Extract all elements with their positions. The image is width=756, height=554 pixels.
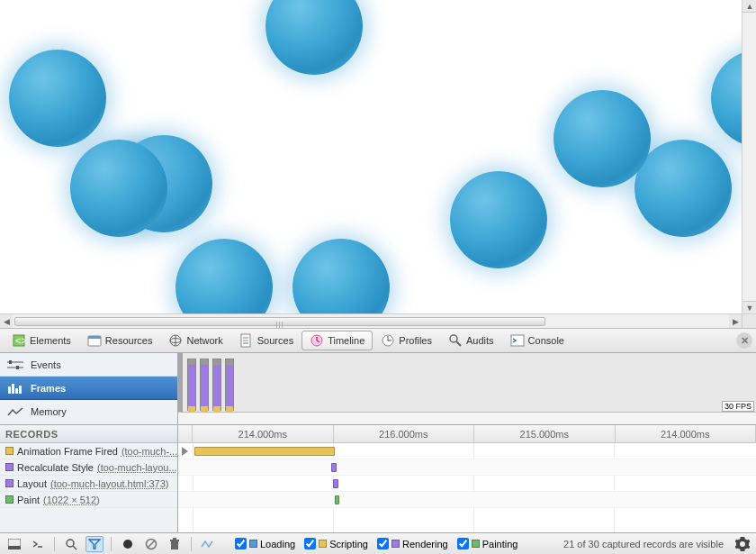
record-item[interactable]: Layout (too-much-layout.html:373) xyxy=(0,476,177,492)
timeline-bar[interactable] xyxy=(194,447,335,456)
tab-profiles[interactable]: Profiles xyxy=(373,331,440,350)
network-icon xyxy=(168,333,183,348)
dock-button[interactable] xyxy=(5,536,23,552)
svg-point-31 xyxy=(67,540,74,547)
filter-swatch xyxy=(319,540,327,548)
svg-rect-3 xyxy=(88,336,101,339)
filter-checkbox[interactable] xyxy=(377,538,389,549)
vertical-scrollbar[interactable]: ▲ ▼ xyxy=(742,0,756,313)
svg-rect-37 xyxy=(171,541,178,549)
record-label: Recalculate Style xyxy=(17,462,94,473)
clear-button[interactable] xyxy=(142,536,160,552)
record-swatch xyxy=(5,479,14,487)
svg-rect-27 xyxy=(19,386,22,394)
close-devtools-button[interactable]: ✕ xyxy=(736,332,752,349)
status-text: 21 of 30 captured records are visible xyxy=(563,539,724,549)
tab-label: Timeline xyxy=(328,335,364,346)
filter-checkbox[interactable] xyxy=(457,538,469,549)
tab-elements[interactable]: <>Elements xyxy=(4,331,79,350)
record-swatch xyxy=(5,447,14,455)
search-button[interactable] xyxy=(62,536,80,552)
record-item[interactable]: Recalculate Style (too-much-layou... xyxy=(0,459,177,476)
scroll-up-arrow[interactable]: ▲ xyxy=(742,0,756,13)
nav-events[interactable]: Events xyxy=(0,353,177,377)
profiles-icon xyxy=(381,333,395,348)
tab-label: Console xyxy=(528,335,564,346)
nav-frames[interactable]: Frames xyxy=(0,377,177,400)
svg-rect-23 xyxy=(16,366,19,369)
timeline-bar[interactable] xyxy=(333,479,338,488)
scroll-down-arrow[interactable]: ▼ xyxy=(742,301,756,313)
records-sidebar: RECORDS Animation Frame Fired (too-much-… xyxy=(0,425,178,532)
expand-toggle[interactable] xyxy=(182,447,188,456)
filter-checkbox[interactable] xyxy=(304,538,316,549)
frames-icon xyxy=(7,382,23,395)
statusbar: LoadingScriptingRenderingPainting 21 of … xyxy=(0,532,756,554)
svg-point-34 xyxy=(123,540,132,549)
record-link[interactable]: (too-much-layout.html:373) xyxy=(50,478,168,489)
filter-button[interactable] xyxy=(86,536,104,552)
record-button[interactable] xyxy=(119,536,137,552)
timeline-icon xyxy=(310,333,324,348)
sources-icon xyxy=(239,333,254,348)
nav-memory[interactable]: Memory xyxy=(0,400,177,423)
tab-timeline[interactable]: Timeline xyxy=(302,331,373,350)
overview-selection-handle[interactable] xyxy=(178,353,183,412)
timeline-bar[interactable] xyxy=(335,495,339,504)
tab-audits[interactable]: Audits xyxy=(440,331,502,350)
record-item[interactable]: Paint (1022 × 512) xyxy=(0,492,177,508)
filter-swatch xyxy=(472,540,480,548)
elements-icon: <> xyxy=(12,333,26,348)
nav-label: Frames xyxy=(31,383,66,394)
filter-loading[interactable]: Loading xyxy=(235,538,295,549)
console-toggle-button[interactable] xyxy=(29,536,47,552)
filter-checkbox[interactable] xyxy=(235,538,247,549)
filter-swatch xyxy=(249,540,257,548)
horizontal-scrollbar[interactable]: ◀ ||| ▶ xyxy=(0,313,756,328)
tab-network[interactable]: Network xyxy=(160,331,230,350)
tab-label: Network xyxy=(186,335,222,346)
svg-text:<>: <> xyxy=(15,335,26,346)
ball xyxy=(9,50,106,147)
tab-label: Sources xyxy=(257,335,293,346)
svg-rect-38 xyxy=(170,540,179,541)
timeline-overview[interactable]: 30 FPS xyxy=(178,353,756,424)
tab-sources[interactable]: Sources xyxy=(231,331,302,350)
svg-rect-39 xyxy=(173,538,176,540)
svg-line-36 xyxy=(148,540,155,548)
ball xyxy=(554,90,651,187)
tab-console[interactable]: Console xyxy=(502,331,572,350)
garbage-collect-button[interactable] xyxy=(166,536,184,552)
record-link[interactable]: (too-much-layou... xyxy=(97,462,177,473)
scroll-right-arrow[interactable]: ▶ xyxy=(729,314,742,329)
tab-resources[interactable]: Resources xyxy=(79,331,161,350)
ball xyxy=(450,171,547,268)
ball xyxy=(266,0,363,75)
scroll-thumb[interactable]: ||| xyxy=(14,317,545,326)
filter-scripting[interactable]: Scripting xyxy=(304,538,368,549)
settings-button[interactable] xyxy=(734,536,751,552)
filter-label: Painting xyxy=(482,539,518,549)
scroll-track[interactable]: ||| xyxy=(14,316,727,327)
record-link[interactable]: (1022 × 512) xyxy=(43,495,100,505)
ball xyxy=(176,239,273,313)
timeline-bar[interactable] xyxy=(331,463,337,472)
filter-label: Scripting xyxy=(329,539,368,549)
filter-painting[interactable]: Painting xyxy=(457,538,518,549)
memory-icon xyxy=(7,405,23,418)
records-grid[interactable]: 214.000ms 216.000ms 215.000ms 214.000ms xyxy=(178,425,756,532)
record-label: Paint xyxy=(17,495,40,505)
glue-button[interactable] xyxy=(199,536,217,552)
col-header: 214.000ms xyxy=(616,425,757,442)
record-item[interactable]: Animation Frame Fired (too-much-... xyxy=(0,443,177,459)
scroll-left-arrow[interactable]: ◀ xyxy=(0,314,13,329)
grid-header: 214.000ms 216.000ms 215.000ms 214.000ms xyxy=(178,425,756,443)
record-link[interactable]: (too-much-... xyxy=(122,446,177,457)
resources-icon xyxy=(87,333,102,348)
svg-rect-25 xyxy=(12,384,14,394)
filter-rendering[interactable]: Rendering xyxy=(377,538,448,549)
events-icon xyxy=(7,359,23,371)
record-swatch xyxy=(5,463,14,471)
tab-label: Profiles xyxy=(399,335,432,346)
page-viewport: ▲ ▼ xyxy=(0,0,756,313)
